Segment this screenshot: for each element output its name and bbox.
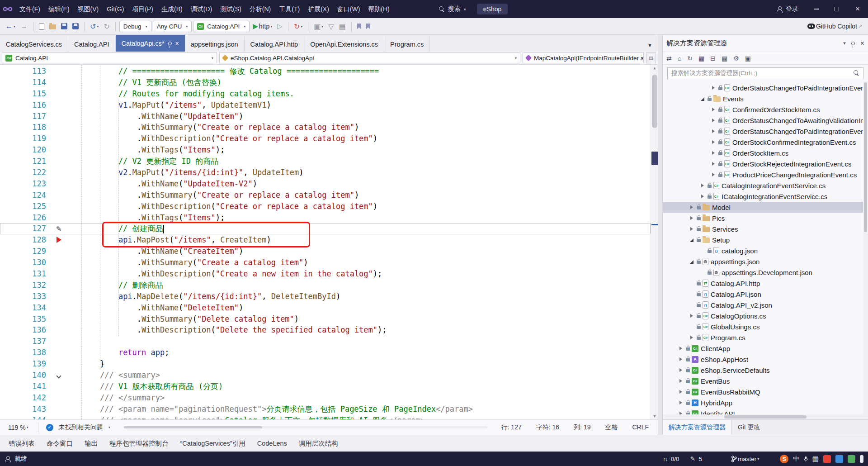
tree-item[interactable]: C#ClientApp <box>663 343 868 354</box>
tree-item[interactable]: C#CatalogIntegrationEventService.cs <box>663 180 868 191</box>
gutter[interactable] <box>49 324 69 336</box>
preview-icon[interactable]: ▣ <box>745 55 751 62</box>
expander-collapsed-icon[interactable] <box>678 400 684 406</box>
tree-item[interactable]: C#ConfirmedOrderStockItem.cs <box>663 104 868 115</box>
panel-tab[interactable]: “CatalogServices”引用 <box>175 435 251 452</box>
gutter[interactable] <box>49 88 69 100</box>
member-dropdown[interactable]: MapCatalogApi(IEndpointRouteBuilder app)… <box>523 52 644 63</box>
gutter[interactable] <box>49 280 69 291</box>
previous-bookmark-button[interactable] <box>355 22 363 31</box>
panel-tab[interactable]: 程序包管理器控制台 <box>104 435 175 452</box>
pending-changes-button[interactable]: ✎ 5 <box>688 454 704 464</box>
gutter[interactable] <box>49 144 69 156</box>
ime-mode-indicator[interactable]: 中 <box>793 455 799 463</box>
tree-item[interactable]: C#EventBus <box>663 376 868 386</box>
scrollbar-thumb[interactable] <box>652 75 657 128</box>
code-line[interactable]: 135 .WithSummary("Delete catalog item") <box>0 314 651 325</box>
tree-item[interactable]: ⚙appsettings.Development.json <box>663 267 868 278</box>
menu-item[interactable]: 帮助(H) <box>364 0 393 18</box>
code-line[interactable]: 118 .WithSummary("Create or replace a ca… <box>0 122 651 133</box>
microphone-icon[interactable] <box>804 456 808 462</box>
indentation-indicator[interactable]: 空格 <box>605 423 618 432</box>
start-debugging-button[interactable]: ▶http▾ <box>251 21 274 32</box>
code-line[interactable]: 114 // V1 更新商品 (包含替换) <box>0 77 651 88</box>
redo-button[interactable]: ↻ <box>102 21 111 32</box>
tree-item[interactable]: Model <box>663 202 868 213</box>
document-tab[interactable]: Catalog.API.http <box>245 37 305 52</box>
gutter[interactable] <box>49 201 69 212</box>
close-button[interactable]: × <box>847 0 868 18</box>
code-line[interactable]: 137 <box>0 336 651 347</box>
expander-collapsed-icon[interactable] <box>711 172 717 178</box>
code-line[interactable]: 138 return app; <box>0 347 651 358</box>
menu-item[interactable]: 调试(D) <box>187 0 216 18</box>
expander-collapsed-icon[interactable] <box>678 411 684 415</box>
tree-item[interactable]: {}Catalog.API_v2.json <box>663 300 868 310</box>
branch-selector[interactable]: master ▾ <box>729 454 761 464</box>
gutter[interactable] <box>49 234 69 246</box>
gutter[interactable] <box>49 190 69 201</box>
tray-icon-red[interactable] <box>823 455 831 463</box>
expander-collapsed-icon[interactable] <box>711 150 717 156</box>
tree-item[interactable]: C#Program.cs <box>663 332 868 343</box>
expander-collapsed-icon[interactable] <box>711 139 717 145</box>
gutter[interactable] <box>49 167 69 178</box>
gutter[interactable] <box>49 156 69 167</box>
panel-tab[interactable]: 调用层次结构 <box>293 435 344 452</box>
feedback-person-icon[interactable] <box>5 456 11 462</box>
new-file-button[interactable] <box>37 22 46 31</box>
tray-icon-green[interactable] <box>848 455 855 463</box>
scrollbar-thumb[interactable] <box>724 415 807 418</box>
tree-item[interactable]: {}Catalog.API.json <box>663 289 868 300</box>
scroll-up-icon[interactable]: ▲ <box>651 65 658 71</box>
gutter[interactable] <box>49 77 69 88</box>
caret-line-indicator[interactable]: 行: 127 <box>501 423 522 432</box>
panel-tab[interactable]: 错误列表 <box>3 435 41 452</box>
tree-item[interactable]: Setup <box>663 234 868 245</box>
menu-item[interactable]: 视图(V) <box>74 0 103 18</box>
code-editor[interactable]: 113 // ==================== 修改 Catalog =… <box>0 65 658 419</box>
document-tab[interactable]: CatalogServices.cs <box>0 37 68 52</box>
expander-collapsed-icon[interactable] <box>711 107 717 113</box>
document-tab[interactable]: Program.cs <box>384 37 430 52</box>
expander-collapsed-icon[interactable] <box>689 226 695 232</box>
panel-splitter[interactable] <box>658 35 663 435</box>
pin-icon[interactable] <box>851 42 855 45</box>
line-ending-indicator[interactable]: CRLF <box>632 423 649 432</box>
gutter[interactable] <box>49 100 69 111</box>
tree-item[interactable]: C#OrderStockRejectedIntegrationEvent.cs <box>663 158 868 169</box>
tree-item[interactable]: C#CatalogOptions.cs <box>663 310 868 321</box>
menu-item[interactable]: 窗口(W) <box>333 0 364 18</box>
zoom-dropdown[interactable]: 119 %▾ <box>6 423 30 433</box>
properties-icon[interactable]: ⚙ <box>733 55 739 62</box>
gutter[interactable] <box>49 66 69 77</box>
gutter[interactable] <box>49 336 69 347</box>
platform-dropdown[interactable]: Any CPU▾ <box>153 21 192 32</box>
caret-column-indicator[interactable]: 列: 19 <box>574 423 590 432</box>
undo-button[interactable]: ↺▾ <box>88 21 100 32</box>
solution-name-badge[interactable]: eShop <box>477 4 508 14</box>
document-tab-active[interactable]: CatalogApi.cs*× <box>116 35 185 52</box>
expander-collapsed-icon[interactable] <box>678 389 684 395</box>
expander-collapsed-icon[interactable] <box>689 215 695 221</box>
menu-item[interactable]: 工具(T) <box>275 0 304 18</box>
expander-collapsed-icon[interactable] <box>711 128 717 134</box>
menu-item[interactable]: 分析(N) <box>245 0 275 18</box>
expander-collapsed-icon[interactable] <box>689 335 695 341</box>
git-sync-button[interactable]: ↑↓ 0/0 <box>661 454 681 464</box>
expander-collapsed-icon[interactable] <box>711 85 717 91</box>
debug-configuration-dropdown[interactable]: Debug▾ <box>119 21 151 32</box>
keyboard-icon[interactable]: ▦ <box>812 455 819 463</box>
tree-item[interactable]: C#OrderStockItem.cs <box>663 147 868 158</box>
code-line[interactable]: 127✎ // 创建商品 <box>0 223 651 234</box>
panel-tab[interactable]: 命令窗口 <box>41 435 79 452</box>
expander-expanded-icon[interactable] <box>700 96 706 102</box>
window-position-icon[interactable]: ▾ <box>843 40 846 46</box>
code-line[interactable]: 130 .WithSummary("Create a catalog item"… <box>0 257 651 268</box>
tree-item[interactable]: Services <box>663 223 868 234</box>
code-line[interactable]: 119 .WithDescription("Create or replace … <box>0 133 651 144</box>
caret-char-indicator[interactable]: 字符: 16 <box>536 423 559 432</box>
chevron-down-icon[interactable]: ▾ <box>108 425 110 429</box>
tree-item[interactable]: C#ProductPriceChangedIntegrationEvent.cs <box>663 169 868 180</box>
tree-item[interactable]: {}catalog.json <box>663 245 868 256</box>
